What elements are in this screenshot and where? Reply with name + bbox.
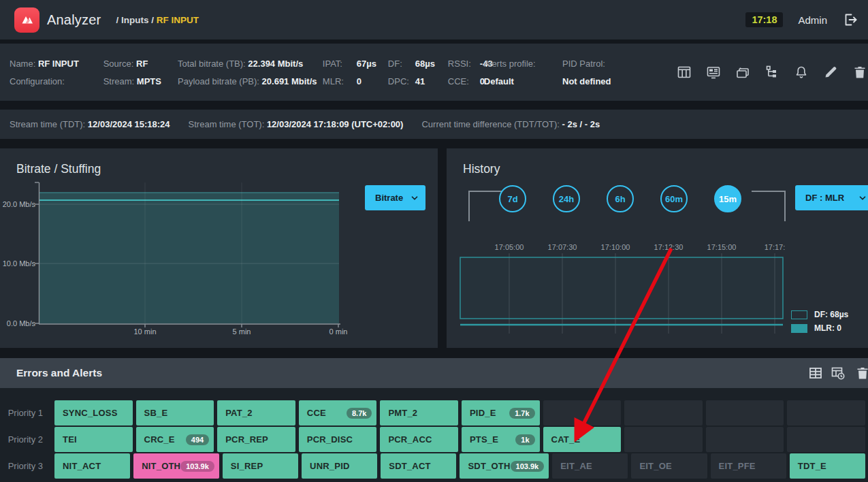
error-cell-label: PCR_ACC xyxy=(388,434,432,445)
alerts-profile-label: Alerts profile: xyxy=(484,59,536,69)
payload-bitrate-value: 20.691 Mbit/s xyxy=(262,76,317,86)
error-cell-eit_pfe[interactable]: EIT_PFE xyxy=(711,453,786,479)
range-button-7d[interactable]: 7d xyxy=(499,185,526,212)
error-cell-label: TDT_E xyxy=(798,461,826,471)
error-cell-label: PMT_2 xyxy=(388,408,417,418)
range-button-24h[interactable]: 24h xyxy=(553,185,580,212)
stream-time-value: 12/03/2024 15:18:24 xyxy=(88,119,170,129)
legend-label: MLR: 0 xyxy=(814,323,841,333)
error-cell-empty xyxy=(624,427,703,452)
error-cell-nit_oth[interactable]: NIT_OTH103.9k xyxy=(133,453,219,479)
stream-time-item: Stream time (TDT): 12/03/2024 15:18:24 xyxy=(10,119,170,129)
error-cell-cat_e[interactable]: CAT_E xyxy=(543,427,622,452)
error-cell-si_rep[interactable]: SI_REP xyxy=(223,453,298,479)
payload-bitrate-label: Payload bitrate (PB): xyxy=(178,76,259,86)
error-cell-unr_pid[interactable]: UNR_PID xyxy=(302,453,377,479)
stream-label: Stream: xyxy=(103,76,135,86)
metric-label: IPAT: xyxy=(323,59,357,69)
bitrate-x-tick-10min: 10 min xyxy=(133,327,156,336)
errors-grid: Priority 1SYNC_LOSSSB_EPAT_2CCE8.7kPMT_2… xyxy=(0,400,868,479)
error-cell-pcr_acc[interactable]: PCR_ACC xyxy=(380,427,458,452)
user-menu[interactable]: Admin xyxy=(798,14,827,26)
range-button-60m[interactable]: 60m xyxy=(660,185,688,212)
error-cell-label: SDT_ACT xyxy=(389,461,430,471)
history-dropdown-value: DF : MLR xyxy=(805,193,844,203)
bitrate-panel-title: Bitrate / Stuffing xyxy=(16,162,101,176)
error-cell-nit_act[interactable]: NIT_ACT xyxy=(54,453,130,479)
error-cell-tdt_e[interactable]: TDT_E xyxy=(790,453,865,479)
error-count-badge: 1.7k xyxy=(509,408,534,419)
error-cell-pcr_rep[interactable]: PCR_REP xyxy=(217,427,295,452)
info-alerts-profile: Alerts profile: Default xyxy=(484,59,562,86)
stream-time-bar: Stream time (TDT): 12/03/2024 15:18:24St… xyxy=(0,110,868,139)
error-cell-crc_e[interactable]: CRC_E494 xyxy=(136,427,214,452)
error-count-badge: 8.7k xyxy=(347,408,372,419)
error-row: Priority 3NIT_ACTNIT_OTH103.9kSI_REPUNR_… xyxy=(0,453,865,479)
error-cell-pcr_disc[interactable]: PCR_DISC xyxy=(299,427,377,452)
df-series-band xyxy=(460,257,783,319)
error-cell-eit_oe[interactable]: EIT_OE xyxy=(631,453,707,479)
error-cell-label: UNR_PID xyxy=(310,461,349,471)
history-x-tick: 17:17: xyxy=(765,243,786,251)
error-cell-empty xyxy=(787,427,865,452)
error-cell-empty xyxy=(706,427,784,452)
tv-services-icon[interactable] xyxy=(735,64,751,80)
range-button-6h[interactable]: 6h xyxy=(607,185,634,212)
stream-time-value: 12/03/2024 17:18:09 (UTC+02:00) xyxy=(267,119,404,129)
error-cell-sdt_oth[interactable]: SDT_OTH103.9k xyxy=(460,453,549,479)
error-cell-label: SI_REP xyxy=(231,461,263,471)
grid-view-icon[interactable] xyxy=(807,365,824,381)
chevron-down-icon xyxy=(858,193,867,203)
stream-time-label: Stream time (TDT): xyxy=(10,119,88,129)
error-cell-label: EIT_OE xyxy=(639,461,671,471)
source-label: Source: xyxy=(103,59,134,69)
stream-time-label: Stream time (TOT): xyxy=(189,119,267,129)
bell-icon[interactable] xyxy=(793,64,809,80)
logout-icon[interactable] xyxy=(842,12,858,28)
error-cell-sb_e[interactable]: SB_E xyxy=(136,400,214,425)
app-logo-icon xyxy=(14,7,39,33)
error-cell-pmt_2[interactable]: PMT_2 xyxy=(380,400,458,425)
error-cell-label: NIT_ACT xyxy=(63,461,101,471)
legend-row: MLR: 0 xyxy=(791,323,848,333)
error-cell-pat_2[interactable]: PAT_2 xyxy=(217,400,295,425)
history-table-icon[interactable] xyxy=(830,365,846,381)
error-cell-label: SB_E xyxy=(144,408,168,418)
error-cell-tei[interactable]: TEI xyxy=(54,427,133,452)
error-cell-label: SDT_OTH xyxy=(468,461,510,471)
error-cell-pts_e[interactable]: PTS_E1k xyxy=(462,427,540,452)
total-bitrate-label: Total bitrate (TB): xyxy=(178,59,246,69)
error-cell-cce[interactable]: CCE8.7k xyxy=(299,400,377,425)
pid-patrol-value: Not defined xyxy=(562,76,611,86)
columns-view-icon[interactable] xyxy=(676,64,692,80)
analyzer-page: { "topbar": { "app_title": "Analyzer", "… xyxy=(0,0,868,482)
pid-patrol-label: PID Patrol: xyxy=(562,59,605,69)
clock-badge: 17:18 xyxy=(745,12,783,27)
top-bar: Analyzer / Inputs / RF INPUT 17:18 Admin xyxy=(0,0,868,39)
error-cell-sdt_act[interactable]: SDT_ACT xyxy=(381,453,456,479)
history-panel-title: History xyxy=(463,162,500,176)
bitrate-y-tick-20: 20.0 Mb/s xyxy=(3,200,36,208)
error-cell-eit_ae[interactable]: EIT_AE xyxy=(552,453,628,479)
clear-errors-trash-icon[interactable] xyxy=(854,365,868,381)
stream-time-item: Current time difference (TDT/TOT): - 2s … xyxy=(421,119,600,129)
metrics-row-1: IPAT:67µsDF:68µsRSSI:-43 xyxy=(323,59,484,69)
delete-input-icon[interactable] xyxy=(852,64,868,80)
history-panel: History 7d24h6h60m15m DF : MLR 17:05:001… xyxy=(447,148,868,348)
bitrate-panel: Bitrate / Stuffing 20.0 Mb/s 10.0 Mb/s 0… xyxy=(0,148,438,348)
metric-value: 0 xyxy=(357,76,388,86)
error-cell-pid_e[interactable]: PID_E1.7k xyxy=(462,400,540,425)
error-cell-sync_loss[interactable]: SYNC_LOSS xyxy=(54,400,133,425)
tree-view-icon[interactable] xyxy=(764,64,780,80)
history-metric-dropdown[interactable]: DF : MLR xyxy=(795,185,868,210)
metric-value: 67µs xyxy=(357,59,388,69)
error-row: Priority 1SYNC_LOSSSB_EPAT_2CCE8.7kPMT_2… xyxy=(0,400,865,425)
edit-pencil-icon[interactable] xyxy=(822,64,839,80)
bitrate-mode-dropdown[interactable]: Bitrate xyxy=(365,185,425,210)
breadcrumb[interactable]: / Inputs / RF INPUT xyxy=(116,15,199,25)
metric-label: RSSI: xyxy=(448,59,480,69)
mosaic-view-icon[interactable] xyxy=(705,64,722,80)
range-button-15m[interactable]: 15m xyxy=(714,185,741,212)
legend-swatch-outline xyxy=(791,310,807,319)
metrics-row-2: MLR:0DPC:41CCE:0 xyxy=(323,76,484,86)
